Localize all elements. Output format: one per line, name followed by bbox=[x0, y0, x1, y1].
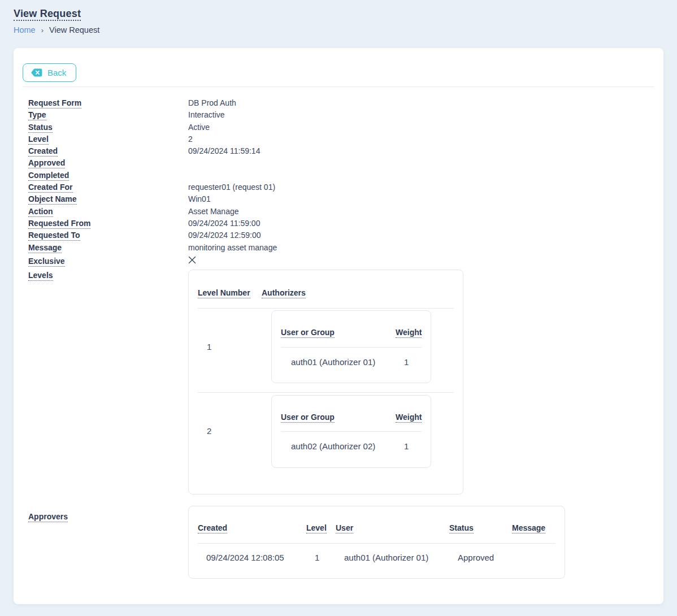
breadcrumb-home-link[interactable]: Home bbox=[14, 25, 36, 34]
page-title: View Request bbox=[14, 8, 663, 20]
back-button-label: Back bbox=[47, 68, 66, 77]
column-header-user-or-group: User or Group bbox=[281, 413, 335, 423]
user-cell: auth01 (Authorizer 01) bbox=[336, 543, 449, 563]
field-value: Active bbox=[188, 122, 649, 133]
column-header-status: Status bbox=[449, 523, 474, 533]
request-details: Request Form DB Prod Auth Type Interacti… bbox=[23, 97, 654, 579]
column-header-user: User bbox=[336, 523, 353, 533]
level-cell: 1 bbox=[306, 543, 336, 563]
field-label: Levels bbox=[28, 270, 188, 281]
field-label: Request Form bbox=[28, 97, 188, 109]
breadcrumb-current: View Request bbox=[49, 25, 99, 34]
back-button[interactable]: Back bbox=[23, 63, 76, 82]
level-row: 2 User or Group Weight aut bbox=[198, 392, 454, 477]
field-value: 09/24/2024 11:59:00 bbox=[188, 218, 649, 229]
detail-row-completed: Completed bbox=[28, 170, 649, 181]
detail-row-status: Status Active bbox=[28, 122, 649, 133]
field-label: Status bbox=[28, 122, 188, 133]
column-header-user-or-group: User or Group bbox=[281, 328, 335, 338]
detail-row-type: Type Interactive bbox=[28, 109, 649, 121]
approver-row: 09/24/2024 12:08:05 1 auth01 (Authorizer… bbox=[198, 543, 556, 563]
created-cell: 09/24/2024 12:08:05 bbox=[198, 543, 306, 563]
detail-row-action: Action Asset Manage bbox=[28, 206, 649, 218]
breadcrumb-separator-icon: › bbox=[41, 26, 44, 34]
level-number-cell: 2 bbox=[198, 425, 271, 437]
detail-row-approvers: Approvers Created Level User Status Mess… bbox=[28, 506, 649, 579]
detail-row-level: Level 2 bbox=[28, 133, 649, 145]
field-value: 09/24/2024 11:59:14 bbox=[188, 145, 649, 157]
field-label: Action bbox=[28, 206, 188, 218]
detail-row-created: Created 09/24/2024 11:59:14 bbox=[28, 145, 649, 157]
column-header-weight: Weight bbox=[396, 328, 422, 338]
field-label: Requested From bbox=[28, 218, 188, 229]
detail-row-message: Message monitoring asset manage bbox=[28, 242, 649, 254]
field-value: 09/24/2024 12:59:00 bbox=[188, 229, 649, 241]
field-value: DB Prod Auth bbox=[188, 97, 649, 109]
status-cell: Approved bbox=[449, 543, 512, 563]
toolbar-divider bbox=[23, 86, 654, 87]
column-header-message: Message bbox=[512, 523, 545, 533]
field-label: Requested To bbox=[28, 229, 188, 241]
levels-table-header: Level Number Authorizers bbox=[198, 270, 454, 309]
field-value: Win01 bbox=[188, 193, 649, 205]
field-value: Interactive bbox=[188, 109, 649, 121]
field-label: Object Name bbox=[28, 193, 188, 205]
user-or-group-cell: auth02 (Authorizer 02) bbox=[281, 432, 396, 453]
level-number-cell: 1 bbox=[198, 341, 271, 353]
field-value: requester01 (request 01) bbox=[188, 181, 649, 193]
field-value: Asset Manage bbox=[188, 206, 649, 218]
detail-row-approved: Approved bbox=[28, 157, 649, 169]
column-header-created: Created bbox=[198, 523, 227, 533]
field-label: Level bbox=[28, 133, 188, 145]
detail-row-created-for: Created For requester01 (request 01) bbox=[28, 181, 649, 193]
column-header-authorizers: Authorizers bbox=[262, 288, 306, 298]
detail-row-object-name: Object Name Win01 bbox=[28, 193, 649, 205]
authorizer-row: auth01 (Authorizer 01) 1 bbox=[281, 347, 422, 368]
weight-cell: 1 bbox=[396, 432, 422, 453]
detail-row-request-form: Request Form DB Prod Auth bbox=[28, 97, 649, 109]
detail-row-requested-to: Requested To 09/24/2024 12:59:00 bbox=[28, 229, 649, 241]
detail-row-exclusive: Exclusive bbox=[28, 254, 649, 267]
field-value: 2 bbox=[188, 133, 649, 145]
authorizers-table: User or Group Weight auth02 (Authorizer … bbox=[271, 395, 431, 468]
field-label: Exclusive bbox=[28, 255, 188, 267]
user-or-group-cell: auth01 (Authorizer 01) bbox=[281, 347, 396, 368]
field-label: Message bbox=[28, 242, 188, 254]
field-label: Approvers bbox=[28, 506, 188, 523]
breadcrumb: Home › View Request bbox=[14, 25, 663, 34]
field-label: Created For bbox=[28, 181, 188, 193]
field-label: Created bbox=[28, 145, 188, 157]
view-request-card: Back Request Form DB Prod Auth Type Inte… bbox=[14, 48, 663, 604]
x-mark-icon bbox=[188, 255, 196, 267]
field-value: monitoring asset manage bbox=[188, 242, 649, 254]
message-cell bbox=[512, 543, 556, 563]
field-value bbox=[188, 254, 649, 267]
authorizer-row: auth02 (Authorizer 02) 1 bbox=[281, 432, 422, 453]
field-label: Approved bbox=[28, 157, 188, 169]
authorizers-table: User or Group Weight auth01 (Authorizer … bbox=[271, 310, 431, 383]
column-header-level: Level bbox=[306, 523, 327, 533]
detail-row-requested-from: Requested From 09/24/2024 11:59:00 bbox=[28, 218, 649, 229]
field-label: Completed bbox=[28, 170, 188, 181]
backspace-icon bbox=[31, 68, 42, 77]
approvers-table: Created Level User Status Message 09/24/… bbox=[188, 506, 565, 579]
detail-row-levels: Levels Level Number Authorizers 1 User o… bbox=[28, 270, 649, 494]
field-label: Type bbox=[28, 109, 188, 121]
level-row: 1 User or Group Weight aut bbox=[198, 309, 454, 392]
weight-cell: 1 bbox=[396, 347, 422, 368]
levels-table: Level Number Authorizers 1 User or Group… bbox=[188, 270, 463, 494]
column-header-level-number: Level Number bbox=[198, 288, 250, 298]
column-header-weight: Weight bbox=[396, 413, 422, 423]
